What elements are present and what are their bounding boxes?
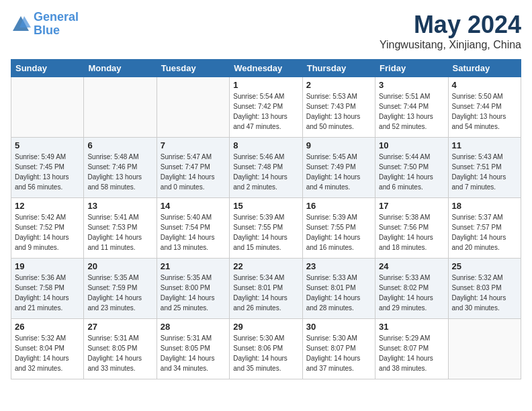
calendar-cell: 23Sunrise: 5:33 AM Sunset: 8:01 PM Dayli… <box>302 259 375 319</box>
cell-info: Sunrise: 5:37 AM Sunset: 7:57 PM Dayligh… <box>452 212 517 253</box>
calendar-cell: 18Sunrise: 5:37 AM Sunset: 7:57 PM Dayli… <box>448 198 521 259</box>
cell-info: Sunrise: 5:33 AM Sunset: 8:02 PM Dayligh… <box>379 273 444 313</box>
calendar-cell: 7Sunrise: 5:47 AM Sunset: 7:47 PM Daylig… <box>157 138 229 198</box>
calendar-cell: 29Sunrise: 5:30 AM Sunset: 8:06 PM Dayli… <box>230 319 302 379</box>
calendar-cell: 12Sunrise: 5:42 AM Sunset: 7:52 PM Dayli… <box>11 198 84 259</box>
day-number: 21 <box>161 261 226 271</box>
logo: General Blue <box>11 11 79 38</box>
day-number: 18 <box>452 201 517 211</box>
calendar-cell: 9Sunrise: 5:45 AM Sunset: 7:49 PM Daylig… <box>302 138 375 198</box>
cell-info: Sunrise: 5:40 AM Sunset: 7:54 PM Dayligh… <box>161 212 226 253</box>
logo-blue: Blue <box>34 24 60 37</box>
cell-info: Sunrise: 5:30 AM Sunset: 8:07 PM Dayligh… <box>306 333 371 373</box>
calendar-cell: 26Sunrise: 5:32 AM Sunset: 8:04 PM Dayli… <box>11 319 84 379</box>
calendar-cell: 10Sunrise: 5:44 AM Sunset: 7:50 PM Dayli… <box>375 138 448 198</box>
calendar-cell: 28Sunrise: 5:31 AM Sunset: 8:05 PM Dayli… <box>157 319 229 379</box>
week-row-5: 26Sunrise: 5:32 AM Sunset: 8:04 PM Dayli… <box>11 319 521 379</box>
day-number: 10 <box>379 140 444 150</box>
calendar-cell <box>157 77 229 138</box>
cell-info: Sunrise: 5:29 AM Sunset: 8:07 PM Dayligh… <box>379 333 444 373</box>
calendar-cell: 17Sunrise: 5:38 AM Sunset: 7:56 PM Dayli… <box>375 198 448 259</box>
cell-info: Sunrise: 5:43 AM Sunset: 7:51 PM Dayligh… <box>452 152 517 192</box>
cell-info: Sunrise: 5:50 AM Sunset: 7:44 PM Dayligh… <box>452 91 517 132</box>
calendar-cell: 20Sunrise: 5:35 AM Sunset: 7:59 PM Dayli… <box>84 259 157 319</box>
day-number: 31 <box>379 322 444 332</box>
month-title: May 2024 <box>380 11 521 39</box>
day-number: 9 <box>306 140 371 150</box>
logo-icon <box>11 14 31 34</box>
calendar-cell: 24Sunrise: 5:33 AM Sunset: 8:02 PM Dayli… <box>375 259 448 319</box>
calendar-cell: 13Sunrise: 5:41 AM Sunset: 7:53 PM Dayli… <box>84 198 157 259</box>
day-number: 12 <box>15 201 80 211</box>
day-number: 24 <box>379 261 444 271</box>
calendar-cell: 22Sunrise: 5:34 AM Sunset: 8:01 PM Dayli… <box>230 259 302 319</box>
calendar-cell: 1Sunrise: 5:54 AM Sunset: 7:42 PM Daylig… <box>230 77 302 138</box>
day-header-sunday: Sunday <box>11 60 84 77</box>
cell-info: Sunrise: 5:53 AM Sunset: 7:43 PM Dayligh… <box>306 91 371 132</box>
day-header-thursday: Thursday <box>302 60 375 77</box>
day-number: 15 <box>233 201 298 211</box>
cell-info: Sunrise: 5:31 AM Sunset: 8:05 PM Dayligh… <box>87 333 152 373</box>
cell-info: Sunrise: 5:47 AM Sunset: 7:47 PM Dayligh… <box>161 152 226 192</box>
day-header-monday: Monday <box>84 60 157 77</box>
day-number: 13 <box>87 201 152 211</box>
week-row-1: 1Sunrise: 5:54 AM Sunset: 7:42 PM Daylig… <box>11 77 521 138</box>
calendar-cell <box>11 77 84 138</box>
calendar-cell: 3Sunrise: 5:51 AM Sunset: 7:44 PM Daylig… <box>375 77 448 138</box>
week-row-4: 19Sunrise: 5:36 AM Sunset: 7:58 PM Dayli… <box>11 259 521 319</box>
calendar-cell: 15Sunrise: 5:39 AM Sunset: 7:55 PM Dayli… <box>230 198 302 259</box>
cell-info: Sunrise: 5:32 AM Sunset: 8:04 PM Dayligh… <box>15 333 80 373</box>
day-number: 27 <box>87 322 152 332</box>
calendar-cell: 19Sunrise: 5:36 AM Sunset: 7:58 PM Dayli… <box>11 259 84 319</box>
calendar-cell <box>448 319 521 379</box>
calendar-table: SundayMondayTuesdayWednesdayThursdayFrid… <box>11 59 521 379</box>
header-row: SundayMondayTuesdayWednesdayThursdayFrid… <box>11 60 521 77</box>
cell-info: Sunrise: 5:49 AM Sunset: 7:45 PM Dayligh… <box>15 152 80 192</box>
cell-info: Sunrise: 5:30 AM Sunset: 8:06 PM Dayligh… <box>233 333 298 373</box>
day-number: 14 <box>161 201 226 211</box>
logo-text: General Blue <box>34 11 79 38</box>
day-header-wednesday: Wednesday <box>230 60 302 77</box>
day-number: 2 <box>306 80 371 90</box>
cell-info: Sunrise: 5:44 AM Sunset: 7:50 PM Dayligh… <box>379 152 444 192</box>
day-number: 22 <box>233 261 298 271</box>
day-number: 17 <box>379 201 444 211</box>
title-block: May 2024 Yingwusitang, Xinjiang, China <box>380 11 521 51</box>
day-number: 1 <box>233 80 298 90</box>
cell-info: Sunrise: 5:42 AM Sunset: 7:52 PM Dayligh… <box>15 212 80 253</box>
day-number: 11 <box>452 140 517 150</box>
cell-info: Sunrise: 5:41 AM Sunset: 7:53 PM Dayligh… <box>87 212 152 253</box>
calendar-cell: 27Sunrise: 5:31 AM Sunset: 8:05 PM Dayli… <box>84 319 157 379</box>
cell-info: Sunrise: 5:36 AM Sunset: 7:58 PM Dayligh… <box>15 273 80 313</box>
calendar-cell: 14Sunrise: 5:40 AM Sunset: 7:54 PM Dayli… <box>157 198 229 259</box>
calendar-cell: 25Sunrise: 5:32 AM Sunset: 8:03 PM Dayli… <box>448 259 521 319</box>
day-header-saturday: Saturday <box>448 60 521 77</box>
day-number: 19 <box>15 261 80 271</box>
day-header-tuesday: Tuesday <box>157 60 229 77</box>
calendar-cell: 2Sunrise: 5:53 AM Sunset: 7:43 PM Daylig… <box>302 77 375 138</box>
calendar-cell: 4Sunrise: 5:50 AM Sunset: 7:44 PM Daylig… <box>448 77 521 138</box>
cell-info: Sunrise: 5:33 AM Sunset: 8:01 PM Dayligh… <box>306 273 371 313</box>
cell-info: Sunrise: 5:39 AM Sunset: 7:55 PM Dayligh… <box>233 212 298 253</box>
day-number: 8 <box>233 140 298 150</box>
cell-info: Sunrise: 5:39 AM Sunset: 7:55 PM Dayligh… <box>306 212 371 253</box>
day-number: 4 <box>452 80 517 90</box>
day-number: 3 <box>379 80 444 90</box>
cell-info: Sunrise: 5:32 AM Sunset: 8:03 PM Dayligh… <box>452 273 517 313</box>
day-number: 23 <box>306 261 371 271</box>
week-row-2: 5Sunrise: 5:49 AM Sunset: 7:45 PM Daylig… <box>11 138 521 198</box>
cell-info: Sunrise: 5:54 AM Sunset: 7:42 PM Dayligh… <box>233 91 298 132</box>
logo-general: General <box>34 10 79 24</box>
day-number: 20 <box>87 261 152 271</box>
day-number: 6 <box>87 140 152 150</box>
calendar-cell: 6Sunrise: 5:48 AM Sunset: 7:46 PM Daylig… <box>84 138 157 198</box>
calendar-cell: 8Sunrise: 5:46 AM Sunset: 7:48 PM Daylig… <box>230 138 302 198</box>
day-number: 29 <box>233 322 298 332</box>
calendar-cell: 16Sunrise: 5:39 AM Sunset: 7:55 PM Dayli… <box>302 198 375 259</box>
day-header-friday: Friday <box>375 60 448 77</box>
cell-info: Sunrise: 5:46 AM Sunset: 7:48 PM Dayligh… <box>233 152 298 192</box>
week-row-3: 12Sunrise: 5:42 AM Sunset: 7:52 PM Dayli… <box>11 198 521 259</box>
calendar-cell: 5Sunrise: 5:49 AM Sunset: 7:45 PM Daylig… <box>11 138 84 198</box>
day-number: 25 <box>452 261 517 271</box>
calendar-cell <box>84 77 157 138</box>
